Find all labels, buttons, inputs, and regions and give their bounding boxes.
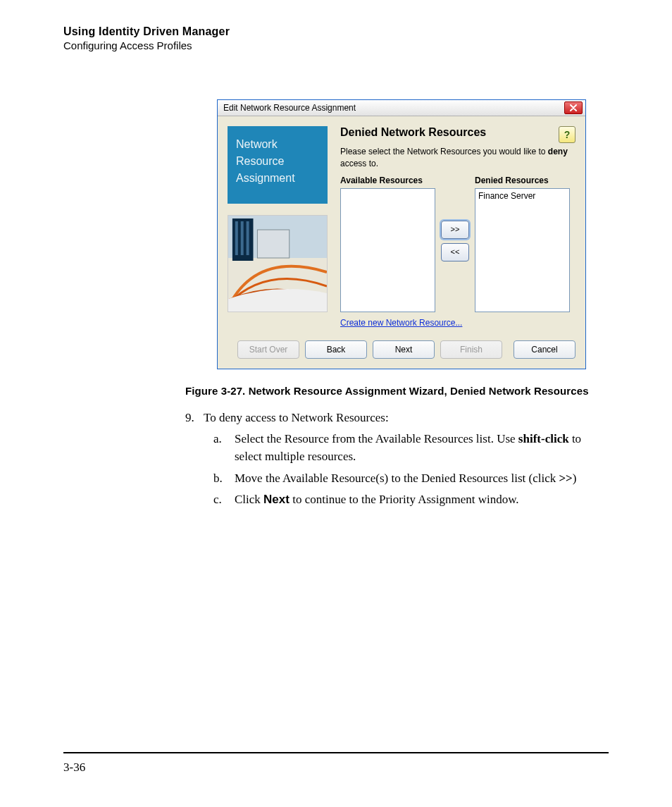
- list-item[interactable]: Finance Server: [478, 191, 566, 201]
- substep-letter: a.: [213, 431, 235, 465]
- svg-rect-4: [247, 221, 249, 255]
- dialog-title-text: Edit Network Resource Assignment: [223, 103, 564, 113]
- substep-text: to continue to the Priority Assignment w…: [290, 493, 519, 506]
- denied-label: Denied Resources: [475, 175, 570, 185]
- step-text: To deny access to Network Resources:: [204, 409, 389, 427]
- step-9c: c. Click Next to continue to the Priorit…: [213, 491, 609, 509]
- page-header-title: Using Identity Driven Manager: [63, 25, 609, 38]
- dialog-heading: Denied Network Resources: [340, 126, 575, 139]
- close-icon[interactable]: [564, 101, 583, 114]
- substep-text: ): [573, 472, 577, 485]
- back-button[interactable]: Back: [305, 340, 367, 359]
- svg-rect-2: [235, 221, 238, 255]
- substep-text: Click: [235, 493, 263, 506]
- wizard-sidebar-line: Network: [236, 136, 319, 153]
- page-header-subtitle: Configuring Access Profiles: [63, 39, 609, 51]
- svg-rect-3: [241, 221, 244, 255]
- wizard-sidebar-line: Resource: [236, 153, 319, 170]
- move-left-button[interactable]: <<: [441, 243, 469, 261]
- move-right-button[interactable]: >>: [441, 221, 469, 239]
- step-9a: a. Select the Resource from the Availabl…: [213, 431, 609, 465]
- dialog-titlebar: Edit Network Resource Assignment: [218, 100, 585, 116]
- finish-button[interactable]: Finish: [440, 340, 502, 359]
- step-9: 9. To deny access to Network Resources:: [185, 409, 609, 427]
- available-resources-listbox[interactable]: [340, 188, 435, 312]
- dialog-instruction: Please select the Network Resources you …: [340, 146, 575, 170]
- dialog-window: Edit Network Resource Assignment Network…: [217, 99, 586, 369]
- instr-pre: Please select the Network Resources you …: [340, 147, 548, 156]
- start-over-button[interactable]: Start Over: [237, 340, 299, 359]
- wizard-sidebar-title: Network Resource Assignment: [228, 126, 328, 204]
- next-button[interactable]: Next: [373, 340, 435, 359]
- substep-text: Move the Available Resource(s) to the De…: [235, 472, 559, 485]
- substep-bold: shift-click: [518, 432, 569, 445]
- instr-bold: deny: [548, 147, 568, 156]
- step-9b: b. Move the Available Resource(s) to the…: [213, 470, 609, 488]
- substep-bold: >>: [559, 472, 572, 485]
- footer-rule: [63, 752, 609, 753]
- figure-caption: Figure 3-27. Network Resource Assignment…: [185, 385, 609, 397]
- substep-letter: b.: [213, 470, 235, 488]
- help-icon[interactable]: ?: [559, 126, 575, 143]
- page-number: 3-36: [63, 760, 85, 775]
- step-number: 9.: [185, 409, 204, 427]
- available-label: Available Resources: [340, 175, 435, 185]
- cancel-button[interactable]: Cancel: [514, 340, 575, 359]
- substep-text: Select the Resource from the Available R…: [235, 432, 518, 445]
- substep-bold: Next: [263, 493, 290, 506]
- svg-rect-5: [257, 230, 289, 258]
- denied-resources-listbox[interactable]: Finance Server: [475, 188, 570, 312]
- wizard-sidebar-image: [228, 215, 328, 312]
- create-resource-link[interactable]: Create new Network Resource...: [340, 318, 462, 328]
- substep-letter: c.: [213, 491, 235, 509]
- wizard-sidebar-line: Assignment: [236, 170, 319, 187]
- instr-post: access to.: [340, 159, 378, 168]
